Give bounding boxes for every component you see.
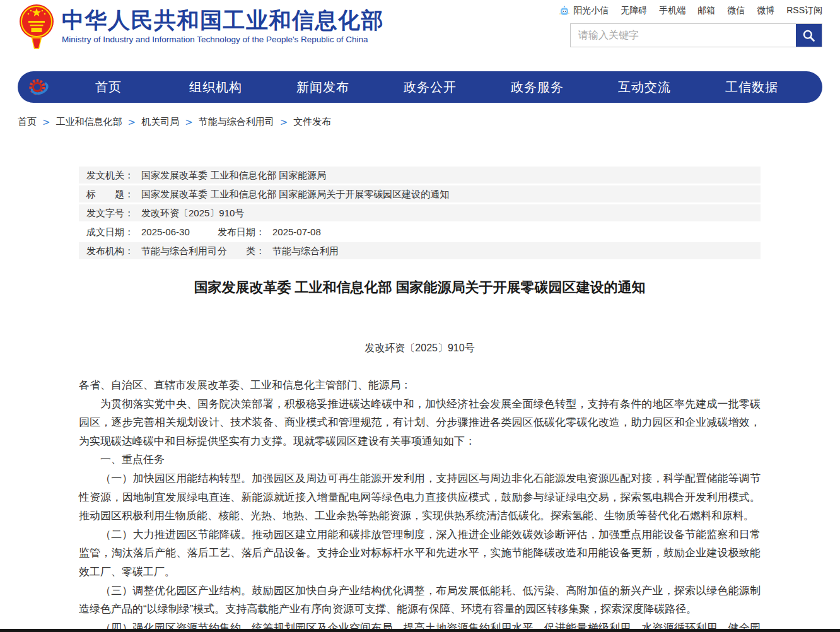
meta-value: 发改环资〔2025〕910号 (141, 204, 244, 221)
national-emblem-icon (19, 4, 54, 50)
search-icon (802, 29, 815, 42)
nav-item-gov-services[interactable]: 政务服务 (484, 79, 591, 96)
meta-label: 分 类： (218, 242, 265, 259)
quick-link-label: 阳光小信 (573, 5, 609, 16)
breadcrumb-separator: > (185, 117, 193, 128)
article-salutation: 各省、自治区、直辖市发展改革委、工业和信息化主管部门、能源局： (79, 376, 761, 395)
meta-label: 发布机构： (86, 242, 134, 259)
main-nav: 首页 组织机构 新闻发布 政务公开 政务服务 互动交流 工信数据 (18, 71, 822, 103)
article-body: 各省、自治区、直辖市发展改革委、工业和信息化主管部门、能源局： 为贯彻落实党中央… (79, 376, 761, 632)
nav-item-interaction[interactable]: 互动交流 (591, 79, 698, 96)
breadcrumb-item-miit[interactable]: 工业和信息化部 (56, 116, 122, 128)
meta-row-dates: 成文日期： 2025-06-30 发布日期： 2025-07-08 (79, 223, 761, 240)
quick-links: 阳光小信 无障碍 手机端 邮箱 微信 微博 RSS订阅 (559, 5, 822, 16)
quick-link-accessibility[interactable]: 无障碍 (621, 5, 647, 16)
quick-link-weibo[interactable]: 微博 (757, 5, 774, 16)
meta-label: 发布日期： (218, 223, 265, 240)
article-paragraph: （三）调整优化园区产业结构。鼓励园区加快自身产业结构优化调整，布局发展低能耗、低… (79, 582, 761, 619)
nav-item-home[interactable]: 首页 (55, 79, 162, 96)
article-paragraph: 为贯彻落实党中央、国务院决策部署，积极稳妥推进碳达峰碳中和，加快经济社会发展全面… (79, 395, 761, 451)
nav-item-organization[interactable]: 组织机构 (162, 79, 269, 96)
meta-value: 2025-06-30 (141, 223, 190, 240)
page: 中华人民共和国工业和信息化部 Ministry of Industry and … (0, 0, 840, 632)
meta-row-title: 标 题： 国家发展改革委 工业和信息化部 国家能源局关于开展零碳园区建设的通知 (79, 185, 761, 202)
meta-value: 节能与综合利用 (272, 242, 339, 259)
meta-value: 国家发展改革委 工业和信息化部 国家能源局 (141, 167, 326, 184)
document-meta-table: 发文机关： 国家发展改革委 工业和信息化部 国家能源局 标 题： 国家发展改革委… (79, 167, 761, 259)
meta-row-publisher: 发布机构： 节能与综合利用司 分 类： 节能与综合利用 (79, 242, 761, 259)
site-header: 中华人民共和国工业和信息化部 Ministry of Industry and … (0, 0, 840, 71)
meta-value: 2025-07-08 (272, 223, 321, 240)
site-logo[interactable]: 中华人民共和国工业和信息化部 Ministry of Industry and … (19, 4, 384, 50)
meta-value: 国家发展改革委 工业和信息化部 国家能源局关于开展零碳园区建设的通知 (141, 185, 449, 202)
article-title: 国家发展改革委 工业和信息化部 国家能源局关于开展零碳园区建设的通知 (79, 278, 761, 297)
article-paragraph: （二）大力推进园区节能降碳。推动园区建立用能和碳排放管理制度，深入推进企业能效碳… (79, 525, 761, 582)
quick-link-rss[interactable]: RSS订阅 (786, 5, 822, 16)
breadcrumb-item-energy-dept[interactable]: 节能与综合利用司 (199, 116, 274, 128)
quick-link-sunshine-assistant[interactable]: 阳光小信 (559, 5, 609, 16)
meta-row-doc-number: 发文字号： 发改环资〔2025〕910号 (79, 204, 761, 221)
nav-logo-icon (28, 76, 49, 98)
search-button[interactable] (796, 24, 822, 47)
article-section-heading: 一、重点任务 (79, 450, 761, 469)
breadcrumb-separator: > (128, 117, 136, 128)
breadcrumb-separator: > (280, 117, 288, 128)
breadcrumb: 首页 > 工业和信息化部 > 机关司局 > 节能与综合利用司 > 文件发布 (18, 116, 331, 128)
nav-item-gov-disclosure[interactable]: 政务公开 (376, 79, 484, 96)
meta-row-issuing-authority: 发文机关： 国家发展改革委 工业和信息化部 国家能源局 (79, 167, 761, 184)
article-doc-number: 发改环资〔2025〕910号 (79, 342, 761, 355)
meta-value: 节能与综合利用司 (141, 242, 217, 259)
article-paragraph: （一）加快园区用能结构转型。加强园区及周边可再生能源开发利用，支持园区与周边非化… (79, 469, 761, 525)
meta-label: 标 题： (86, 185, 134, 202)
nav-item-miit-data[interactable]: 工信数据 (698, 79, 805, 96)
breadcrumb-separator: > (42, 117, 50, 128)
robot-icon (559, 5, 570, 16)
meta-label: 发文机关： (86, 167, 134, 184)
search-bar (570, 23, 822, 47)
search-input[interactable] (571, 24, 796, 47)
breadcrumb-item-departments[interactable]: 机关司局 (141, 116, 179, 128)
quick-link-mailbox[interactable]: 邮箱 (697, 5, 715, 16)
site-title-group: 中华人民共和国工业和信息化部 Ministry of Industry and … (62, 4, 384, 44)
site-title: 中华人民共和国工业和信息化部 (62, 8, 384, 33)
quick-link-mobile[interactable]: 手机端 (659, 5, 685, 16)
quick-link-wechat[interactable]: 微信 (727, 5, 745, 16)
meta-label: 成文日期： (86, 223, 134, 240)
breadcrumb-item-document-release[interactable]: 文件发布 (293, 116, 331, 128)
document-area: 发文机关： 国家发展改革委 工业和信息化部 国家能源局 标 题： 国家发展改革委… (79, 167, 761, 632)
nav-item-news[interactable]: 新闻发布 (269, 79, 376, 96)
breadcrumb-item-home[interactable]: 首页 (18, 116, 37, 128)
meta-label: 发文字号： (86, 204, 134, 221)
footer-bar (0, 629, 840, 632)
site-subtitle: Ministry of Industry and Information Tec… (62, 35, 384, 44)
